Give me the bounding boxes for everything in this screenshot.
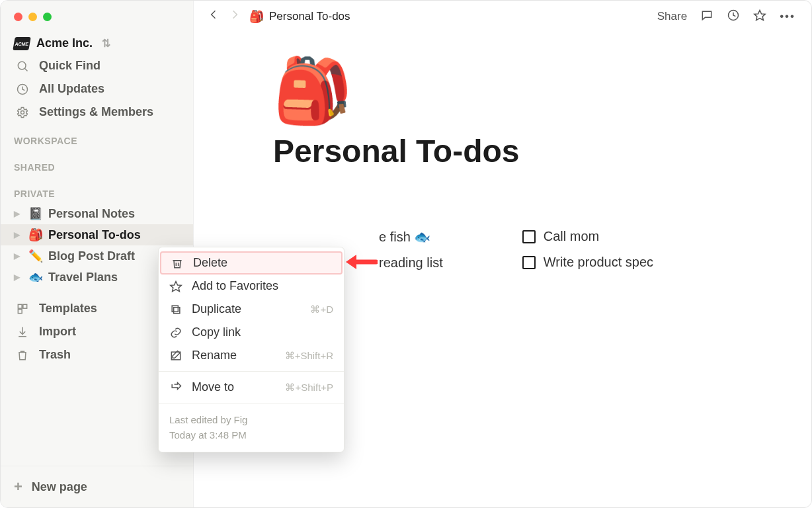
menu-item-label: Add to Favorites	[192, 279, 278, 293]
menu-item-favorite[interactable]: Add to Favorites	[159, 275, 344, 298]
menu-item-duplicate[interactable]: Duplicate ⌘+D	[159, 298, 344, 321]
maximize-window-icon[interactable]	[43, 13, 52, 21]
todo-item[interactable]: Write product spec	[522, 255, 653, 270]
link-icon	[169, 326, 183, 339]
svg-marker-9	[754, 10, 766, 20]
pencil-icon: ✏️	[28, 249, 43, 263]
templates-icon	[15, 302, 30, 316]
share-button[interactable]: Share	[655, 7, 690, 26]
workspace-logo-icon: ACME	[13, 37, 31, 50]
sidebar-templates-label: Templates	[39, 302, 97, 316]
sidebar-section-private[interactable]: PRIVATE	[1, 177, 193, 203]
close-window-icon[interactable]	[14, 13, 22, 21]
backpack-icon: 🎒	[28, 228, 43, 242]
page-context-menu: Delete Add to Favorites Duplicate ⌘+D Co…	[158, 247, 345, 452]
backpack-icon: 🎒	[249, 9, 264, 24]
sidebar-settings[interactable]: Settings & Members	[1, 101, 193, 124]
sidebar-section-workspace[interactable]: WORKSPACE	[1, 124, 193, 150]
minimize-window-icon[interactable]	[28, 13, 37, 21]
move-icon	[169, 381, 183, 394]
workspace-switcher[interactable]: ACME Acme Inc. ⇅	[1, 32, 193, 54]
sidebar-page-personal-todos[interactable]: ▶ 🎒 Personal To-dos	[1, 224, 193, 245]
menu-item-label: Copy link	[192, 325, 241, 339]
checkbox[interactable]	[522, 256, 536, 269]
menu-item-shortcut: ⌘+D	[310, 304, 333, 316]
sidebar-page-label: Travel Plans	[48, 271, 118, 284]
svg-rect-15	[172, 306, 178, 312]
more-icon[interactable]: •••	[777, 7, 798, 26]
back-button[interactable]	[207, 8, 220, 25]
gear-icon	[15, 106, 30, 119]
menu-item-label: Rename	[192, 349, 237, 362]
topbar: 🎒 Personal To-dos Share •••	[194, 1, 811, 32]
chevron-right-icon[interactable]: ▶	[14, 230, 23, 239]
todo-item[interactable]: reading list	[379, 255, 443, 271]
menu-meta-editor: Last edited by Fig	[169, 413, 333, 428]
sidebar-quick-find[interactable]: Quick Find	[1, 54, 193, 77]
search-icon	[15, 60, 30, 73]
breadcrumb[interactable]: 🎒 Personal To-dos	[249, 9, 350, 24]
todo-item[interactable]: Call mom	[522, 229, 653, 244]
svg-point-0	[18, 62, 26, 69]
todo-column-right: Call mom Write product spec	[522, 229, 653, 271]
menu-item-label: Duplicate	[192, 302, 241, 316]
sidebar-import-label: Import	[39, 325, 76, 339]
todo-label: e fish 🐟	[379, 229, 430, 245]
window-controls	[1, 1, 193, 32]
svg-rect-4	[18, 304, 22, 308]
page-title[interactable]: Personal To-dos	[273, 133, 758, 169]
duplicate-icon	[169, 303, 183, 316]
menu-separator	[159, 371, 344, 372]
menu-item-copy-link[interactable]: Copy link	[159, 321, 344, 344]
download-icon	[15, 325, 30, 339]
sidebar-section-shared[interactable]: SHARED	[1, 150, 193, 177]
svg-rect-5	[23, 304, 27, 308]
breadcrumb-title: Personal To-dos	[269, 10, 350, 23]
menu-item-rename[interactable]: Rename ⌘+Shift+R	[159, 344, 344, 367]
sidebar-page-label: Blog Post Draft	[48, 249, 135, 263]
page-emoji[interactable]: 🎒	[273, 59, 758, 122]
notebook-icon: 📓	[28, 206, 43, 221]
new-page-button[interactable]: + New page	[1, 466, 193, 507]
todo-label: reading list	[379, 255, 443, 271]
sidebar-page-label: Personal To-dos	[48, 228, 141, 242]
sidebar-all-updates-label: All Updates	[39, 82, 104, 96]
sidebar-all-updates[interactable]: All Updates	[1, 77, 193, 101]
sidebar-settings-label: Settings & Members	[39, 105, 153, 119]
sidebar-page-personal-notes[interactable]: ▶ 📓 Personal Notes	[1, 203, 193, 224]
sidebar-page-label: Personal Notes	[48, 207, 135, 221]
sidebar-quick-find-label: Quick Find	[39, 59, 101, 73]
favorite-icon[interactable]	[751, 6, 769, 28]
chevron-updown-icon: ⇅	[102, 37, 110, 50]
menu-item-label: Move to	[192, 380, 234, 394]
plus-icon: +	[14, 478, 22, 495]
workspace-name: Acme Inc.	[36, 36, 93, 50]
chevron-right-icon[interactable]: ▶	[14, 209, 23, 218]
svg-rect-6	[18, 309, 22, 313]
menu-item-shortcut: ⌘+Shift+P	[285, 382, 333, 394]
chevron-right-icon[interactable]: ▶	[14, 251, 23, 261]
checkbox[interactable]	[522, 230, 536, 243]
svg-line-1	[24, 68, 27, 71]
forward-button[interactable]	[228, 8, 241, 25]
menu-item-label: Delete	[193, 256, 227, 270]
fish-icon: 🐟	[28, 270, 43, 284]
menu-item-delete[interactable]: Delete	[160, 251, 343, 275]
todo-column-left: e fish 🐟 reading list	[379, 229, 443, 271]
annotation-arrow-icon	[345, 252, 378, 272]
new-page-label: New page	[32, 480, 87, 494]
menu-meta: Last edited by Fig Today at 3:48 PM	[159, 407, 344, 449]
comments-icon[interactable]	[698, 6, 716, 28]
todo-label: Call mom	[544, 229, 599, 244]
svg-rect-14	[174, 307, 180, 313]
svg-marker-13	[171, 281, 182, 291]
menu-separator	[159, 403, 344, 403]
rename-icon	[169, 349, 183, 362]
chevron-right-icon[interactable]: ▶	[14, 273, 23, 282]
svg-point-3	[21, 110, 24, 114]
todo-item[interactable]: e fish 🐟	[379, 229, 443, 245]
menu-item-move-to[interactable]: Move to ⌘+Shift+P	[159, 376, 344, 399]
updates-icon[interactable]	[724, 6, 743, 28]
sidebar-trash-label: Trash	[39, 348, 71, 362]
trash-icon	[15, 349, 30, 362]
